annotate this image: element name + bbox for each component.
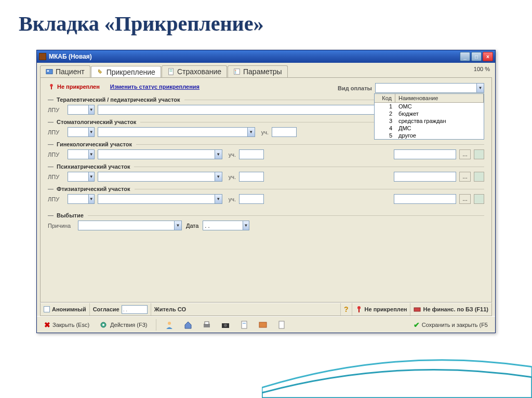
- lpu-combo[interactable]: ▼: [68, 194, 95, 204]
- chevron-down-icon[interactable]: ▼: [174, 221, 181, 230]
- doc-button[interactable]: [236, 319, 252, 331]
- camera-icon: [221, 320, 230, 330]
- date-label: Дата: [186, 223, 198, 229]
- action-button[interactable]: [474, 149, 484, 159]
- check-icon: ✔: [414, 321, 420, 329]
- reason-combo[interactable]: ▼: [78, 221, 182, 230]
- lpu-combo[interactable]: ▼: [68, 127, 95, 137]
- uch-input[interactable]: [239, 149, 264, 159]
- extra-input[interactable]: [394, 172, 456, 182]
- chevron-down-icon[interactable]: ▼: [88, 195, 94, 203]
- photo-button[interactable]: [218, 319, 233, 331]
- lpu-name-combo[interactable]: ▼: [98, 127, 255, 137]
- lpu-combo[interactable]: ▼: [68, 105, 95, 115]
- tab-body: Не прикреплен Изменить статус прикреплен…: [40, 77, 492, 303]
- action-button[interactable]: [474, 194, 484, 204]
- dropdown-option[interactable]: 1ОМС: [375, 103, 484, 110]
- payment-combo[interactable]: ▼: [375, 83, 484, 93]
- extra-input[interactable]: [394, 149, 456, 159]
- chevron-down-icon[interactable]: ▼: [215, 172, 222, 181]
- print-button[interactable]: [199, 319, 215, 331]
- browse-button[interactable]: …: [459, 172, 471, 182]
- chevron-down-icon[interactable]: ▼: [88, 172, 94, 181]
- status-not-attached: Не прикреплен: [48, 83, 100, 90]
- save-button[interactable]: ✔ Сохранить и закрыть (F5: [410, 319, 491, 331]
- section-gyneco: Гинекологический участок ЛПУ ▼ ▼ уч. …: [48, 141, 484, 159]
- zoom-percent: 100 %: [474, 66, 490, 72]
- browse-button[interactable]: …: [459, 194, 471, 204]
- svg-rect-23: [259, 322, 267, 327]
- card-icon: [258, 320, 268, 330]
- payment-input[interactable]: [376, 85, 476, 92]
- extra-input[interactable]: [394, 194, 456, 204]
- chevron-down-icon[interactable]: ▼: [215, 195, 222, 203]
- dropdown-option[interactable]: 4ДМС: [375, 125, 484, 132]
- lpu-name-combo[interactable]: ▼: [98, 194, 222, 204]
- chevron-down-icon[interactable]: ▼: [243, 221, 249, 230]
- svg-point-7: [235, 71, 236, 72]
- lpu-name-combo[interactable]: ▼: [98, 149, 222, 159]
- person-icon: [165, 320, 174, 330]
- finance-cell[interactable]: Не финанс. по БЗ (F11): [410, 303, 491, 315]
- lpu-combo[interactable]: ▼: [68, 172, 95, 182]
- file-button[interactable]: [274, 319, 289, 331]
- col-name: Наименование: [395, 94, 484, 102]
- tab-label: Страхование: [177, 67, 221, 76]
- gear-icon: [99, 320, 108, 330]
- uch-input[interactable]: [239, 194, 264, 204]
- actions-button[interactable]: Действия (F3): [96, 319, 150, 331]
- doc-icon: [167, 68, 175, 75]
- browse-button[interactable]: …: [459, 149, 471, 159]
- maximize-button[interactable]: □: [471, 52, 482, 61]
- section-psych: Психиатрический участок ЛПУ ▼ ▼ уч. …: [48, 163, 484, 182]
- tab-parameters[interactable]: Параметры: [228, 65, 288, 77]
- uch-label: уч.: [229, 196, 236, 202]
- chevron-down-icon[interactable]: ▼: [88, 128, 94, 136]
- dropdown-option[interactable]: 5другое: [375, 132, 484, 139]
- tab-label: Прикрепление: [107, 68, 155, 76]
- lpu-label: ЛПУ: [48, 174, 64, 180]
- anonymous-cell[interactable]: Анонимный: [41, 303, 90, 315]
- lpu-label: ЛПУ: [48, 152, 64, 158]
- chevron-down-icon[interactable]: ▼: [88, 150, 94, 159]
- chevron-down-icon[interactable]: ▼: [247, 128, 255, 136]
- file-icon: [277, 320, 286, 330]
- svg-rect-2: [169, 68, 174, 75]
- reason-label: Причина: [48, 223, 74, 229]
- consent-date[interactable]: [122, 305, 148, 314]
- card-button[interactable]: [255, 319, 271, 331]
- tab-label: Пациент: [56, 67, 85, 76]
- user-button[interactable]: [162, 319, 177, 331]
- chevron-down-icon[interactable]: ▼: [88, 105, 94, 114]
- anonymous-checkbox[interactable]: [44, 306, 50, 312]
- status-attached-cell: Не прикреплен: [352, 303, 411, 315]
- uch-input[interactable]: [239, 172, 264, 182]
- money-icon: [414, 306, 421, 313]
- close-button[interactable]: ×: [483, 52, 493, 61]
- change-status-link[interactable]: Изменить статус прикрепления: [110, 84, 200, 90]
- lpu-name-combo[interactable]: ▼: [98, 172, 222, 182]
- section-title: Психиатрический участок: [48, 163, 484, 170]
- date-combo[interactable]: ▼: [203, 221, 249, 230]
- svg-point-16: [168, 322, 171, 325]
- dropdown-option[interactable]: 3средства граждан: [375, 117, 484, 125]
- uch-input[interactable]: [272, 127, 297, 137]
- lpu-combo[interactable]: ▼: [68, 149, 95, 159]
- payment-type: Вид оплаты ▼: [338, 83, 484, 93]
- help-cell[interactable]: ? ?: [341, 303, 352, 315]
- tab-insurance[interactable]: Страхование: [162, 65, 227, 77]
- chevron-down-icon[interactable]: ▼: [215, 150, 222, 159]
- tab-attachment[interactable]: Прикрепление: [91, 66, 161, 78]
- svg-point-20: [224, 324, 227, 327]
- section-title: Выбытие: [48, 212, 484, 218]
- consent-cell: Согласие: [90, 303, 151, 315]
- minimize-button[interactable]: _: [460, 52, 470, 61]
- home-button[interactable]: [180, 319, 196, 331]
- home-icon: [183, 320, 193, 330]
- dropdown-option[interactable]: 2бюджет: [375, 110, 484, 117]
- slide-title: Вкладка «Прикрепление»: [0, 0, 532, 41]
- action-button[interactable]: [474, 172, 484, 182]
- close-button[interactable]: ✖ Закрыть (Esc): [41, 319, 92, 331]
- dropdown-arrow-icon[interactable]: ▼: [476, 84, 484, 92]
- tab-patient[interactable]: Пациент: [40, 65, 90, 77]
